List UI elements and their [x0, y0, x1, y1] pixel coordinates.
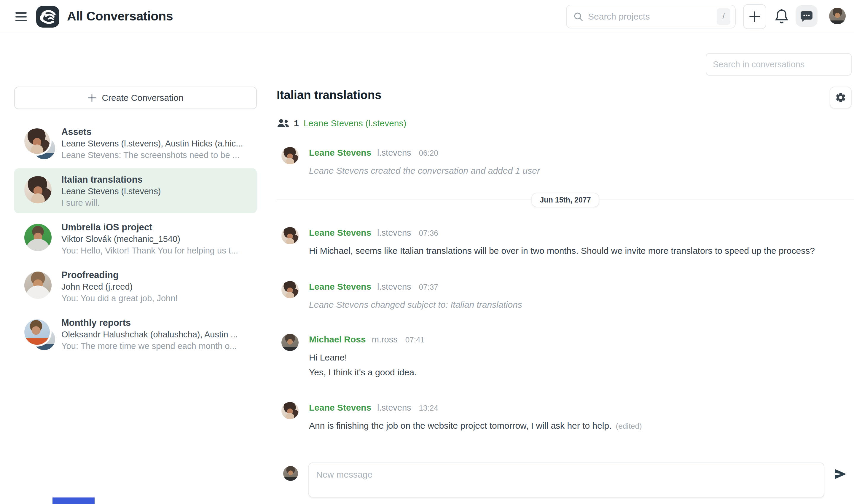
- conversation-avatar: [24, 176, 53, 205]
- menu-icon[interactable]: [15, 10, 27, 23]
- user-avatar[interactable]: [829, 8, 846, 24]
- conversation-preview: You: You did a great job, John!: [61, 293, 251, 304]
- chat-panel: Italian translations 1 Leane Stevens (l.…: [277, 33, 854, 504]
- message: Leane Stevens l.stevens 07:37 Leane Stev…: [281, 281, 522, 311]
- create-conversation-label: Create Conversation: [102, 93, 183, 103]
- conversation-avatar: [24, 319, 53, 348]
- avatar: [281, 281, 299, 298]
- system-message-text: Leane Stevens changed subject to: Italia…: [309, 299, 522, 311]
- app-header: All Conversations /: [0, 0, 854, 33]
- date-pill: Jun 15th, 2077: [531, 193, 599, 207]
- bottom-blue-artifact: [53, 498, 94, 504]
- member-count: 1: [294, 118, 299, 128]
- message-time: 13:24: [419, 403, 438, 413]
- conversation-settings-button[interactable]: [830, 87, 852, 108]
- conversation-preview: You: Hello, Viktor! Thank You for helpin…: [61, 245, 251, 256]
- conversation-title: Assets: [61, 126, 251, 138]
- message-time: 06:20: [419, 148, 438, 158]
- avatar: [281, 227, 299, 244]
- create-conversation-button[interactable]: Create Conversation: [14, 87, 257, 109]
- message-sender[interactable]: Michael Ross: [309, 335, 366, 344]
- page-title: All Conversations: [67, 9, 173, 23]
- message-username: m.ross: [372, 335, 398, 344]
- conversation-item-italian-translations[interactable]: Italian translations Leane Stevens (l.st…: [14, 168, 257, 213]
- search-projects-input[interactable]: [588, 12, 717, 22]
- gear-icon: [835, 92, 846, 103]
- conversation-avatar: [24, 272, 53, 300]
- conversation-title: Monthly reports: [61, 317, 251, 329]
- conversation-item-proofreading[interactable]: Proofreading John Reed (j.reed) You: You…: [14, 264, 257, 309]
- conversation-item-assets[interactable]: Assets Leane Stevens (l.stevens), Austin…: [14, 121, 257, 165]
- conversation-avatar: [24, 128, 53, 157]
- message-username: l.stevens: [377, 403, 411, 413]
- avatar: [281, 334, 299, 351]
- edited-label: (edited): [616, 421, 642, 431]
- conversation-search[interactable]: [706, 53, 852, 76]
- notifications-button[interactable]: [775, 8, 789, 25]
- message: Leane Stevens l.stevens 06:20 Leane Stev…: [281, 147, 540, 177]
- message-text: Yes, I think it's a good idea.: [309, 366, 425, 378]
- message: Leane Stevens l.stevens 13:24 Ann is fin…: [281, 402, 642, 432]
- chat-bubble-icon: [800, 10, 813, 22]
- message-time: 07:36: [419, 229, 438, 238]
- conversation-item-umbrella-ios-project[interactable]: Umbrella iOS project Viktor Slovák (mech…: [14, 216, 257, 261]
- conversation-participants: Leane Stevens (l.stevens): [61, 185, 251, 197]
- avatar: [281, 402, 299, 419]
- date-divider: Jun 15th, 2077: [277, 193, 854, 207]
- conversation-avatar: [24, 224, 53, 253]
- message-username: l.stevens: [377, 282, 411, 292]
- conversation-preview: I sure will.: [61, 197, 251, 209]
- message: Leane Stevens l.stevens 07:36 Hi Michael…: [281, 227, 815, 257]
- slash-shortcut-badge: /: [717, 8, 730, 25]
- conversations-button[interactable]: [796, 5, 818, 27]
- message-sender[interactable]: Leane Stevens: [309, 402, 371, 413]
- conversation-title: Umbrella iOS project: [61, 221, 251, 233]
- projects-search[interactable]: /: [566, 5, 736, 29]
- message-time: 07:41: [405, 335, 425, 344]
- message-text: Hi Michael, seems like Italian translati…: [309, 245, 815, 257]
- conversation-participants: Viktor Slovák (mechanic_1540): [61, 233, 251, 245]
- new-message-input[interactable]: [309, 463, 824, 497]
- system-message-text: Leane Stevens created the conversation a…: [309, 165, 540, 177]
- conversation-title: Proofreading: [61, 269, 251, 281]
- conversation-list: Assets Leane Stevens (l.stevens), Austin…: [14, 121, 257, 359]
- conversation-participants: Leane Stevens (l.stevens), Austin Hicks …: [61, 138, 251, 149]
- plus-icon: [88, 93, 96, 102]
- people-icon: [277, 119, 289, 128]
- app-logo[interactable]: [36, 6, 59, 28]
- message-username: l.stevens: [377, 148, 411, 158]
- message-time: 07:37: [419, 283, 438, 292]
- send-button[interactable]: [833, 467, 848, 482]
- conversation-item-monthly-reports[interactable]: Monthly reports Oleksandr Halushchak (oh…: [14, 311, 257, 356]
- conversation-participants: Oleksandr Halushchak (ohalushcha), Austi…: [61, 329, 251, 340]
- message-sender[interactable]: Leane Stevens: [309, 282, 371, 292]
- plus-icon: [749, 11, 761, 22]
- composer-avatar: [283, 466, 298, 481]
- message-sender[interactable]: Leane Stevens: [309, 228, 371, 238]
- member-link[interactable]: Leane Stevens (l.stevens): [304, 118, 407, 128]
- search-icon: [573, 12, 583, 22]
- composer: [308, 463, 824, 498]
- message-text: Ann is finishing the job on the website …: [309, 420, 642, 432]
- avatar: [281, 147, 299, 164]
- search-in-conversations-input[interactable]: [713, 59, 844, 69]
- conversation-participants: John Reed (j.reed): [61, 281, 251, 293]
- message-text: Hi Leane!: [309, 352, 425, 363]
- add-button[interactable]: [743, 4, 766, 29]
- participants-row: 1 Leane Stevens (l.stevens): [277, 118, 407, 128]
- chat-title: Italian translations: [277, 88, 381, 102]
- message: Michael Ross m.ross 07:41 Hi Leane! Yes,…: [281, 334, 425, 378]
- send-icon: [833, 467, 847, 481]
- conversation-title: Italian translations: [61, 174, 251, 185]
- bell-icon: [775, 8, 789, 25]
- conversation-preview: Leane Stevens: The screenshots need to b…: [61, 149, 251, 161]
- conversation-preview: You: The more time we spend each month o…: [61, 340, 251, 352]
- message-username: l.stevens: [377, 228, 411, 238]
- message-sender[interactable]: Leane Stevens: [309, 148, 371, 158]
